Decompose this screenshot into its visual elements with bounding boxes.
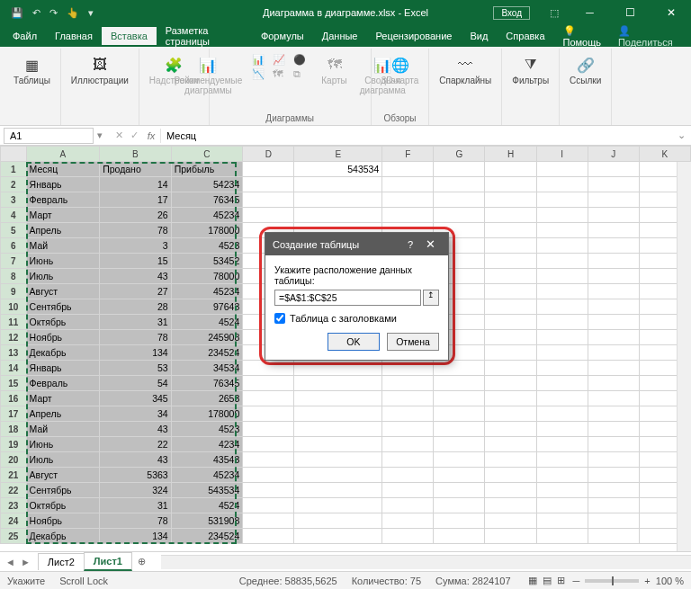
vertical-scrollbar[interactable] — [677, 162, 691, 551]
cell[interactable] — [536, 391, 588, 406]
cell[interactable] — [536, 529, 588, 544]
cell[interactable]: Январь — [26, 361, 100, 376]
cell[interactable]: Май — [26, 422, 100, 437]
cell[interactable] — [434, 452, 485, 468]
tab-data[interactable]: Данные — [313, 27, 367, 45]
close-button[interactable]: ✕ — [651, 0, 691, 25]
cell[interactable]: 543534 — [294, 162, 382, 177]
tab-layout[interactable]: Разметка страницы — [157, 22, 252, 50]
cell[interactable]: 43543 — [171, 452, 243, 468]
cell[interactable] — [536, 468, 588, 483]
row-header[interactable]: 9 — [1, 284, 27, 299]
select-all-corner[interactable] — [1, 147, 27, 162]
share-button[interactable]: 👤 Поделиться — [618, 25, 687, 48]
maximize-button[interactable]: ☐ — [610, 0, 651, 25]
cell[interactable]: 14 — [100, 177, 172, 192]
col-header[interactable]: J — [588, 147, 639, 162]
maps-button[interactable]: 🗺Карты — [319, 54, 350, 87]
row-header[interactable]: 21 — [1, 468, 27, 483]
cell[interactable] — [588, 284, 639, 299]
fx-cancel-icon[interactable]: ✕ — [112, 129, 127, 141]
cell[interactable] — [294, 513, 382, 529]
cell[interactable]: 4523 — [171, 238, 243, 254]
cell[interactable] — [536, 483, 588, 498]
col-header[interactable]: B — [100, 147, 172, 162]
cell[interactable]: Январь — [26, 177, 100, 192]
cell[interactable]: Декабрь — [26, 345, 100, 361]
cell[interactable]: Август — [26, 284, 100, 299]
range-selector-icon[interactable]: ↥ — [423, 290, 439, 306]
cell[interactable] — [485, 299, 536, 315]
cell[interactable] — [382, 192, 434, 208]
cell[interactable] — [434, 406, 485, 422]
cell[interactable] — [294, 468, 382, 483]
cell[interactable]: 134 — [100, 345, 172, 361]
cell[interactable] — [294, 529, 382, 544]
cell[interactable] — [243, 437, 294, 452]
tables-button[interactable]: ▦Таблицы — [11, 54, 53, 87]
row-header[interactable]: 22 — [1, 483, 27, 498]
cell[interactable] — [434, 422, 485, 437]
cell[interactable] — [382, 422, 434, 437]
cell[interactable] — [485, 437, 536, 452]
cell[interactable]: 531908 — [171, 513, 243, 529]
tab-insert[interactable]: Вставка — [102, 27, 157, 45]
tab-formulas[interactable]: Формулы — [252, 27, 313, 45]
cell[interactable] — [588, 391, 639, 406]
minimize-button[interactable]: ─ — [570, 0, 610, 25]
cancel-button[interactable]: Отмена — [387, 333, 439, 351]
cell[interactable]: 54234 — [171, 177, 243, 192]
row-header[interactable]: 8 — [1, 269, 27, 284]
cell[interactable] — [485, 238, 536, 254]
cell[interactable]: 76345 — [171, 192, 243, 208]
ok-button[interactable]: OK — [328, 333, 380, 351]
row-header[interactable]: 18 — [1, 422, 27, 437]
cell[interactable] — [536, 284, 588, 299]
cell[interactable] — [382, 406, 434, 422]
cell[interactable] — [243, 483, 294, 498]
row-header[interactable]: 16 — [1, 391, 27, 406]
cell[interactable] — [434, 483, 485, 498]
cell[interactable] — [485, 345, 536, 361]
row-header[interactable]: 3 — [1, 192, 27, 208]
row-header[interactable]: 2 — [1, 177, 27, 192]
cell[interactable]: 31 — [100, 315, 172, 330]
cell[interactable]: 134 — [100, 529, 172, 544]
cell[interactable] — [382, 361, 434, 376]
cell[interactable]: 34 — [100, 406, 172, 422]
cell[interactable]: 4234 — [171, 437, 243, 452]
cell[interactable] — [294, 208, 382, 223]
col-header[interactable]: D — [243, 147, 294, 162]
row-header[interactable]: 20 — [1, 452, 27, 468]
cell[interactable]: 5363 — [100, 468, 172, 483]
cell[interactable]: 15 — [100, 254, 172, 269]
cell[interactable] — [536, 345, 588, 361]
3dmap-button[interactable]: 🌐3D-карта — [379, 54, 422, 87]
cell[interactable] — [434, 391, 485, 406]
cell[interactable] — [536, 376, 588, 391]
cell[interactable] — [588, 406, 639, 422]
tab-view[interactable]: Вид — [461, 27, 497, 45]
cell[interactable] — [536, 208, 588, 223]
cell[interactable] — [294, 361, 382, 376]
dialog-help-icon[interactable]: ? — [401, 239, 419, 250]
cell[interactable] — [536, 513, 588, 529]
cell[interactable]: 28 — [100, 299, 172, 315]
cell[interactable] — [536, 437, 588, 452]
cell[interactable]: 76345 — [171, 376, 243, 391]
cell[interactable]: 17 — [100, 192, 172, 208]
cell[interactable] — [588, 452, 639, 468]
col-header[interactable]: H — [485, 147, 536, 162]
cell[interactable] — [485, 483, 536, 498]
cell[interactable]: Сентябрь — [26, 299, 100, 315]
cell[interactable] — [536, 192, 588, 208]
range-input[interactable] — [274, 290, 421, 306]
cell[interactable] — [243, 422, 294, 437]
cell[interactable] — [382, 498, 434, 513]
col-header[interactable]: K — [639, 147, 690, 162]
cell[interactable] — [588, 361, 639, 376]
horizontal-scrollbar[interactable] — [161, 555, 691, 569]
cell[interactable] — [485, 254, 536, 269]
cell[interactable]: Февраль — [26, 192, 100, 208]
qat-dropdown-icon[interactable]: ▾ — [88, 7, 94, 19]
